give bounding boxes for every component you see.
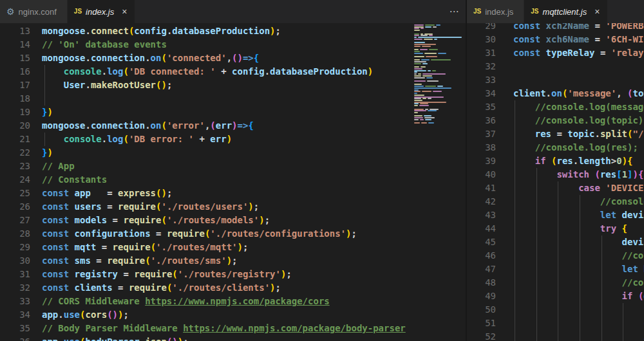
code-text: const models = require('./routes/models'… — [42, 214, 270, 227]
code-text: const xch2Name = 'POWERBOA — [513, 23, 644, 33]
code-line[interactable]: 14// 'On' database events — [0, 38, 466, 51]
indent-guide — [515, 100, 515, 341]
code-line[interactable]: 36 //console.log(topic); — [467, 114, 644, 127]
code-line[interactable]: 30const sms = require('./routes/sms'); — [0, 254, 466, 268]
line-number: 30 — [467, 33, 496, 46]
indent-guide — [580, 195, 580, 341]
minimap-line — [414, 102, 446, 103]
tab-nginx-conf[interactable]: ⚙ nginx.conf — [0, 0, 68, 23]
editor-split-divider[interactable] — [466, 0, 467, 341]
code-line[interactable]: 20mongoose.connection.on('error',(err)=>… — [0, 119, 466, 133]
code-line[interactable]: 13mongoose.connect(config.databaseProduc… — [0, 24, 466, 38]
minimap-line — [421, 28, 424, 29]
code-line[interactable]: 37 res = topic.split("/"); — [467, 127, 644, 141]
code-line[interactable]: 49 if (d — [467, 290, 644, 303]
line-number: 35 — [467, 100, 496, 114]
code-line[interactable]: 50 f — [467, 303, 644, 317]
code-line[interactable]: 26const users = require('./routes/users'… — [0, 200, 466, 214]
minimap-line — [414, 66, 419, 68]
close-icon[interactable]: × — [593, 6, 601, 17]
tab-mqttclient-js[interactable]: JS mqttclient.js × — [524, 0, 608, 23]
indent-guide — [536, 168, 537, 341]
line-number: 39 — [467, 154, 496, 168]
code-line[interactable]: 40 switch (res[1]){ — [467, 168, 644, 181]
code-line[interactable]: 33// CORS Middleware https://www.npmjs.c… — [0, 295, 466, 308]
code-line[interactable]: 31const registry = require('./routes/reg… — [0, 268, 466, 281]
code-line[interactable]: 22}) — [0, 146, 466, 160]
code-line[interactable]: 44 try { — [467, 222, 644, 235]
code-line[interactable]: 16 console.log('DB connected: ' + config… — [0, 65, 466, 78]
right-code-editor[interactable]: 29const xch2Name = 'POWERBOA30const xch6… — [467, 23, 644, 341]
code-line[interactable]: 33 — [467, 73, 644, 87]
code-line[interactable]: 24// Constants — [0, 173, 466, 187]
minimap-line — [414, 63, 421, 64]
line-number: 31 — [0, 268, 30, 281]
code-line[interactable]: 21 console.log('DB error: ' + err) — [0, 133, 466, 146]
code-line[interactable]: 30const xch6Name = '6CH-WIF — [467, 33, 644, 46]
code-text: // 'On' database events — [42, 38, 167, 51]
code-text: switch (res[1]){ — [513, 168, 643, 181]
minimap-line — [422, 75, 433, 77]
code-line[interactable]: 32const clients = require('./routes/clie… — [0, 281, 466, 295]
code-line[interactable]: 38 //console.log(res); — [467, 141, 644, 154]
code-line[interactable]: 29const xch2Name = 'POWERBOA — [467, 23, 644, 33]
code-line[interactable]: 32 — [467, 60, 644, 73]
minimap-line — [425, 109, 429, 110]
minimap-line — [424, 53, 437, 54]
code-text: case 'DEVICES': — [513, 181, 644, 195]
minimap-line — [424, 117, 435, 118]
line-number: 19 — [0, 106, 30, 119]
code-text: f — [513, 303, 644, 317]
gear-icon: ⚙ — [6, 7, 15, 16]
code-line[interactable]: 28const configurations = require('./rout… — [0, 227, 466, 241]
line-number: 48 — [467, 276, 496, 290]
code-text: mongoose.connect(config.databaseProducti… — [42, 24, 281, 38]
code-text: device — [513, 235, 644, 249]
code-line[interactable]: 42 //console — [467, 195, 644, 208]
code-line[interactable]: 47 let b — [467, 263, 644, 276]
code-line[interactable]: 18 — [0, 92, 466, 106]
minimap-line — [418, 37, 461, 38]
code-line[interactable]: 27const models = require('./routes/model… — [0, 214, 466, 227]
code-line[interactable]: 17 User.makeRootUser(); — [0, 78, 466, 92]
code-line[interactable]: 34client.on('message', (topic — [467, 87, 644, 100]
code-text: mongoose.connection.on('connected',()=>{ — [42, 51, 259, 65]
code-line[interactable]: 46 //conso — [467, 249, 644, 263]
minimap-line — [414, 117, 423, 118]
code-line[interactable]: 29const mqtt = require('./routes/mqtt'); — [0, 241, 466, 254]
tab-index-js-left[interactable]: JS index.js × — [68, 0, 136, 23]
minimap-line — [420, 103, 428, 104]
left-code-editor[interactable]: 13mongoose.connect(config.databaseProduc… — [0, 23, 466, 341]
code-line[interactable]: 25const app = express(); — [0, 187, 466, 200]
more-actions-icon[interactable]: ⋯ — [442, 0, 466, 23]
code-line[interactable]: 52 i — [467, 330, 644, 341]
tab-index-js-right[interactable]: JS index.js — [467, 0, 524, 23]
minimap-line — [434, 39, 437, 40]
line-number: 25 — [0, 187, 30, 200]
code-line[interactable]: 19}) — [0, 106, 466, 119]
line-number: 18 — [0, 92, 30, 106]
minimap-line — [414, 35, 419, 36]
close-icon[interactable]: × — [120, 6, 128, 17]
code-line[interactable]: 35 //console.log(message — [467, 100, 644, 114]
code-line[interactable]: 48 //conso — [467, 276, 644, 290]
code-text: mongoose.connection.on('error',(err)=>{ — [42, 119, 254, 133]
code-line[interactable]: 35// Body Parser Middleware https://www.… — [0, 322, 466, 335]
code-text: const app = express(); — [42, 187, 172, 200]
code-text: }) — [42, 106, 53, 119]
code-line[interactable]: 43 let device — [467, 208, 644, 222]
code-line[interactable]: 36app.use(bodyParser.json()); — [0, 335, 466, 341]
code-line[interactable]: 34app.use(cors()); — [0, 308, 466, 322]
minimap-line — [414, 28, 419, 29]
code-line[interactable]: 23// App — [0, 160, 466, 173]
code-line[interactable]: 31const typeRelay = 'relay — [467, 46, 644, 60]
minimap-line — [421, 66, 426, 68]
minimap-line — [414, 51, 420, 52]
code-line[interactable]: 41 case 'DEVICES': — [467, 181, 644, 195]
code-line[interactable]: 51 c — [467, 317, 644, 330]
code-line[interactable]: 15mongoose.connection.on('connected',()=… — [0, 51, 466, 65]
code-line[interactable]: 39 if (res.length>0){ — [467, 154, 644, 168]
minimap-line — [414, 93, 417, 94]
code-line[interactable]: 45 device — [467, 235, 644, 249]
minimap[interactable] — [413, 23, 466, 341]
